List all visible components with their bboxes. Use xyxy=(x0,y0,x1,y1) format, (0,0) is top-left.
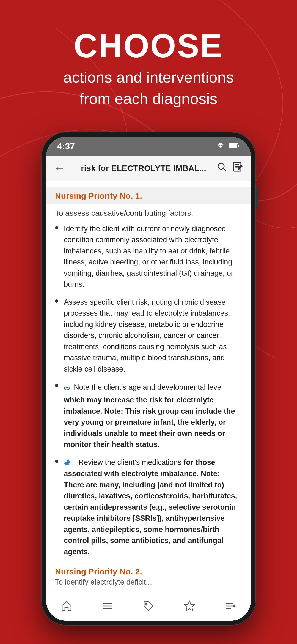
hero-subtitle: actions and interventions from each diag… xyxy=(0,67,297,110)
back-button[interactable]: ← xyxy=(54,162,65,174)
priority-1-subtitle: To assess causative/contributing factors… xyxy=(55,209,242,218)
status-time: 4:37 xyxy=(57,141,75,151)
phone-inner-frame: 4:37 xyxy=(46,137,251,621)
header-action-icons xyxy=(217,162,243,175)
bullet-dot xyxy=(55,384,58,387)
bullet-list: Identify the client with current or newl… xyxy=(55,223,242,557)
wifi-icon xyxy=(216,141,226,151)
status-icons xyxy=(216,141,240,151)
bottom-navigation xyxy=(46,593,251,621)
bullet-dot xyxy=(55,299,58,303)
bullet-text-2: Assess specific client risk, noting chro… xyxy=(64,297,242,375)
bullet-text-1: Identify the client with current or newl… xyxy=(64,223,242,290)
header-title: risk for ELECTROLYTE IMBAL... xyxy=(70,163,217,173)
svg-point-18 xyxy=(145,603,147,605)
hero-title: CHOOSE xyxy=(0,28,297,64)
nav-list[interactable] xyxy=(101,600,114,612)
nav-star[interactable] xyxy=(183,600,196,612)
bullet-dot xyxy=(55,460,58,463)
infinity-icon: ∞ xyxy=(64,381,70,394)
priority-1-header: Nursing Priority No. 1. xyxy=(46,187,251,204)
list-item: Review the client's medications for thos… xyxy=(55,457,242,557)
svg-point-3 xyxy=(218,163,224,169)
bullet-dot xyxy=(55,226,58,229)
nav-toc[interactable] xyxy=(224,600,237,612)
svg-marker-19 xyxy=(185,601,194,611)
content-area: Nursing Priority No. 1. To assess causat… xyxy=(46,181,251,593)
pill-icon xyxy=(64,457,75,468)
priority-1-title: Nursing Priority No. 1. xyxy=(55,191,242,201)
nav-home[interactable] xyxy=(61,600,73,612)
list-item: Assess specific client risk, noting chro… xyxy=(55,297,242,375)
search-icon[interactable] xyxy=(217,162,227,175)
svg-rect-1 xyxy=(229,144,237,148)
phone-side-button xyxy=(256,187,258,209)
priority-2-title: Nursing Priority No. 2. xyxy=(55,564,242,576)
svg-rect-2 xyxy=(238,145,239,147)
priority-2-subtitle: To identify electrolyte deficit... xyxy=(55,578,242,586)
bullet-text-4: Review the client's medications for thos… xyxy=(64,457,242,557)
phone-outer-frame: 4:37 xyxy=(41,132,256,626)
list-item: Identify the client with current or newl… xyxy=(55,223,242,290)
battery-icon xyxy=(229,142,240,151)
svg-line-4 xyxy=(223,168,226,171)
notes-icon[interactable] xyxy=(233,162,243,175)
bullet-text-3: ∞ Note the client's age and developmenta… xyxy=(64,381,242,450)
phone-mockup: 4:37 xyxy=(0,126,297,626)
hero-section: CHOOSE actions and interventions from ea… xyxy=(0,0,297,126)
list-item: ∞ Note the client's age and developmenta… xyxy=(55,381,242,450)
status-bar: 4:37 xyxy=(46,137,251,156)
nav-tag[interactable] xyxy=(142,600,155,612)
app-header: ← risk for ELECTROLYTE IMBAL... xyxy=(46,156,251,181)
